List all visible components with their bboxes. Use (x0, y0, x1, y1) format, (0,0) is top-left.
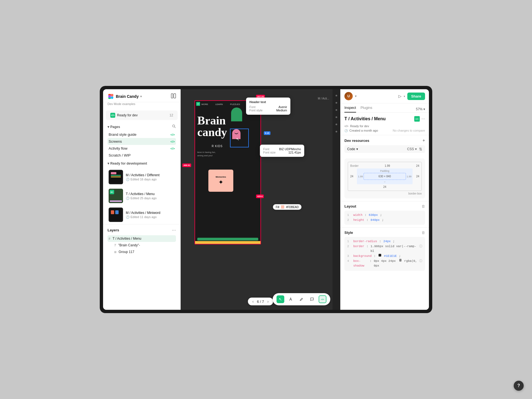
page-name: Activity flow (109, 146, 127, 150)
inspect-plugins-tabs: Inspect Plugins 57% ▾ (341, 103, 429, 113)
toolbar-select[interactable]: ↖ (277, 295, 284, 303)
tooltip1-title: Header text (249, 100, 287, 104)
nav-next[interactable]: › (267, 299, 269, 304)
frame-info-2: M / Activities / Miniword 🕐 Edited 11 da… (126, 211, 175, 219)
project-dropdown-icon[interactable]: ▾ (140, 94, 142, 98)
header-icons: ▷ ▾ Share (398, 93, 425, 100)
box-outer: Border 1.99 24 24 Padding (348, 162, 422, 191)
project-name[interactable]: Brain Candy (116, 94, 139, 99)
page-name: Scratch / WIP (109, 153, 131, 157)
toolbar-fill[interactable] (287, 295, 295, 303)
toolbar-dev[interactable]: </> (319, 295, 326, 303)
canvas-green-bar (197, 238, 258, 241)
frame-name-2: M / Activities / Miniword (126, 211, 175, 215)
comp-icon-row: </> ··· (414, 116, 425, 122)
measure-label-2: 488.91 (182, 163, 191, 167)
project-subtitle: Dev Mode examples (103, 102, 180, 108)
memories-label: Memories (216, 176, 226, 178)
nav-page-label: 6 / 7 (257, 300, 264, 304)
zoom-label[interactable]: 57% ▾ (416, 107, 425, 111)
style-line-2: 2 border : 1.986px solid var(--ramp-bl ⓘ (347, 244, 422, 254)
frame-card-2[interactable]: M / Activities / Miniword 🕐 Edited 11 da… (108, 205, 176, 224)
box-model-section: Border 1.99 24 24 Padding (341, 156, 429, 201)
left-sidebar: Brain Candy ▾ Dev Mode examples </> (103, 89, 181, 310)
css-dropdown[interactable]: CSS ▾ (407, 147, 417, 151)
play-button[interactable]: ▷ (398, 94, 401, 98)
sort-icon[interactable]: ⇅ (419, 147, 422, 151)
toolbar-comment[interactable] (308, 295, 316, 303)
canvas-toolbar: ↖ (273, 293, 330, 305)
component-name: T / Activities / Menu (344, 116, 414, 121)
toolbar-edit[interactable] (298, 295, 305, 303)
figma-icon (108, 93, 114, 100)
frame-info-0: M / Activities / Different 🕐 Edited 16 d… (126, 173, 175, 181)
css-dropdown-icon: ▾ (415, 147, 417, 151)
page-screens[interactable]: Screens </> (108, 138, 176, 145)
frame-date-0: 🕐 Edited 16 days ago (126, 178, 175, 181)
help-button[interactable]: ? (514, 381, 524, 391)
code-dropdown[interactable]: Code ▾ (347, 147, 358, 151)
mini-dot-3 (336, 109, 337, 111)
frame-card-0[interactable]: M / Activities / Different 🕐 Edited 16 d… (108, 168, 176, 186)
tab-plugins[interactable]: Plugins (360, 106, 372, 112)
sidebar-layout-toggle[interactable] (171, 93, 176, 99)
rfd-title: Ready for development (110, 162, 147, 165)
mini-dot-2 (336, 102, 337, 104)
play-dropdown[interactable]: ▾ (404, 95, 405, 98)
canvas-brain-candy-text: Braincandy (197, 115, 227, 138)
share-button[interactable]: Share (407, 93, 425, 100)
right-panel: U ▾ ▷ ▾ Share Inspect Plugins (340, 89, 429, 310)
user-avatar[interactable]: U (344, 92, 353, 100)
page-activity-flow[interactable]: Activity flow </> (108, 145, 176, 152)
tab-inspect[interactable]: Inspect (344, 106, 356, 112)
meta-ready-label: Ready for dev (350, 124, 369, 128)
page-scratch-wip[interactable]: Scratch / WIP (108, 152, 176, 159)
fill-color-value: #FDBEAD (286, 206, 299, 209)
layer-item-2[interactable]: ⊞ Group 117 (108, 249, 176, 255)
tooltip1-style-row: Font style Medium (249, 109, 287, 112)
dev-resources-add-icon[interactable]: + (423, 138, 425, 143)
style-line-1: 1 border-radius : 24px ; (347, 239, 422, 244)
pages-title: ▾ Pages (108, 125, 120, 129)
avatar-dropdown[interactable]: ▾ (355, 94, 357, 98)
layer-t-icon: T (114, 244, 116, 247)
comp-code-icon[interactable]: </> (414, 116, 420, 122)
style-info-icon-2[interactable]: ⓘ (419, 259, 422, 268)
style-info-icon-1[interactable]: ⓘ (419, 244, 422, 254)
app-window: Brain Candy ▾ Dev Mode examples </> (103, 89, 429, 310)
frame-name-0: M / Activities / Different (126, 173, 175, 177)
measure-label-3: 9.15 (264, 131, 270, 135)
layer-item-1[interactable]: T "Brain Candy"- (108, 242, 176, 249)
mini-selected-frame[interactable] (230, 129, 249, 147)
ready-for-dev-banner[interactable]: </> Ready for dev 12 (106, 111, 178, 120)
layout-section: Layout 🗑 1 width : 630px ; 2 (341, 201, 429, 227)
nav-prev[interactable]: ‹ (252, 299, 254, 304)
box-left-num: 24 (350, 175, 356, 178)
memories-card: Memories ✦ (208, 170, 233, 192)
layout-line-1: 1 width : 630px ; (347, 213, 422, 218)
star-icon: ✦ (218, 179, 223, 186)
comp-more-icon[interactable]: ··· (421, 116, 425, 121)
layer-grid-icon: ⊞ (114, 250, 116, 254)
layer-item-0[interactable]: # T / Activities / Menu (108, 235, 176, 242)
canvas-content[interactable]: M / Acti... MORE LEARN PUZZLES FUN→ (181, 89, 340, 310)
meta-row-created: 🕐 Created a month ago No changes to comp… (341, 128, 429, 133)
selected-frame[interactable]: MORE LEARN PUZZLES FUN→ </> Braincandy (195, 100, 261, 244)
layers-more-button[interactable]: ··· (172, 227, 176, 233)
style-line-4: 4 box-shadow : 0px 4px 24px 0px rgba(0, … (347, 259, 422, 268)
layout-trash-icon[interactable]: 🗑 (421, 204, 425, 208)
ready-for-dev-label: Ready for dev (117, 113, 138, 117)
rfd-header: ▾ Ready for development (108, 162, 176, 165)
pages-search-icon[interactable] (172, 124, 176, 129)
layout-title: Layout (344, 204, 356, 208)
box-border-val: 1.99 (385, 164, 390, 167)
ready-badge: </> Ready for dev (110, 113, 138, 118)
svg-rect-6 (174, 94, 176, 98)
frame-card-1[interactable]: BC T / Activities / Menu 🕐 Edited 25 day… (108, 186, 176, 205)
frame-thumb-0 (109, 170, 123, 184)
box-top-num: 24 (416, 164, 419, 167)
dev-resources-title: Dev resources (344, 139, 369, 143)
style-trash-icon[interactable]: 🗑 (421, 231, 425, 235)
dev-resources-header: Dev resources + (344, 138, 425, 143)
page-brand-style-guide[interactable]: Brand style guide </> (108, 131, 176, 138)
